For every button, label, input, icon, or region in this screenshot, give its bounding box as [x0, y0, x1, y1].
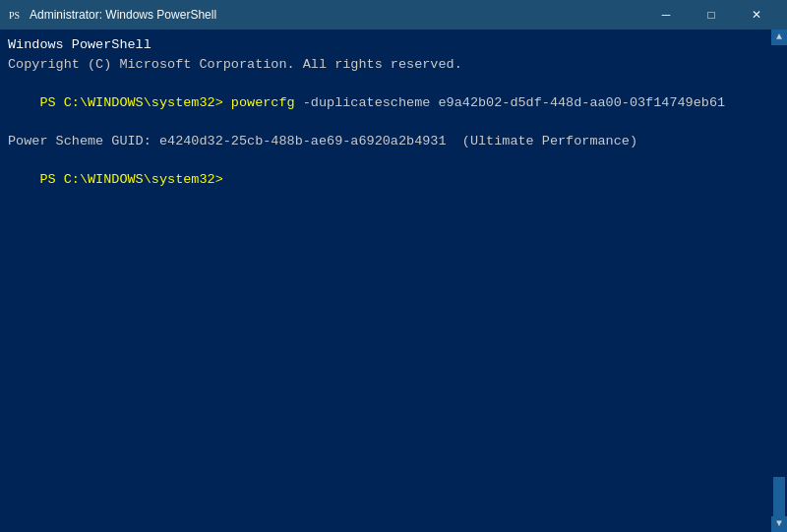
title-bar: PS Administrator: Windows PowerShell ─ □… [0, 0, 787, 30]
scrollbar[interactable]: ▲ ▼ [771, 30, 787, 532]
title-bar-left: PS Administrator: Windows PowerShell [8, 7, 216, 23]
terminal-body[interactable]: Windows PowerShell Copyright (C) Microso… [0, 30, 787, 532]
output-line-5: PS C:\WINDOWS\system32> [8, 150, 779, 208]
command-1: powercfg [231, 95, 295, 110]
output-line-2: Copyright (C) Microsoft Corporation. All… [8, 55, 779, 75]
output-line-4: Power Scheme GUID: e4240d32-25cb-488b-ae… [8, 132, 779, 151]
output-line-3: PS C:\WINDOWS\system32> powercfg -duplic… [8, 74, 779, 132]
window-title: Administrator: Windows PowerShell [30, 8, 216, 22]
prompt-1: PS C:\WINDOWS\system32> [39, 95, 230, 110]
scroll-up-button[interactable]: ▲ [771, 30, 787, 45]
param-1: -duplicatescheme e9a42b02-d5df-448d-aa00… [295, 95, 725, 110]
scroll-down-button[interactable]: ▼ [771, 516, 787, 532]
powershell-icon: PS [8, 7, 24, 23]
prompt-2: PS C:\WINDOWS\system32> [39, 172, 230, 187]
maximize-button[interactable]: □ [689, 0, 734, 30]
output-line-1: Windows PowerShell [8, 35, 779, 55]
svg-text:PS: PS [9, 10, 20, 21]
scrollbar-thumb[interactable] [773, 477, 785, 516]
window-controls: ─ □ ✕ [643, 0, 779, 30]
minimize-button[interactable]: ─ [643, 0, 689, 30]
close-button[interactable]: ✕ [734, 0, 779, 30]
